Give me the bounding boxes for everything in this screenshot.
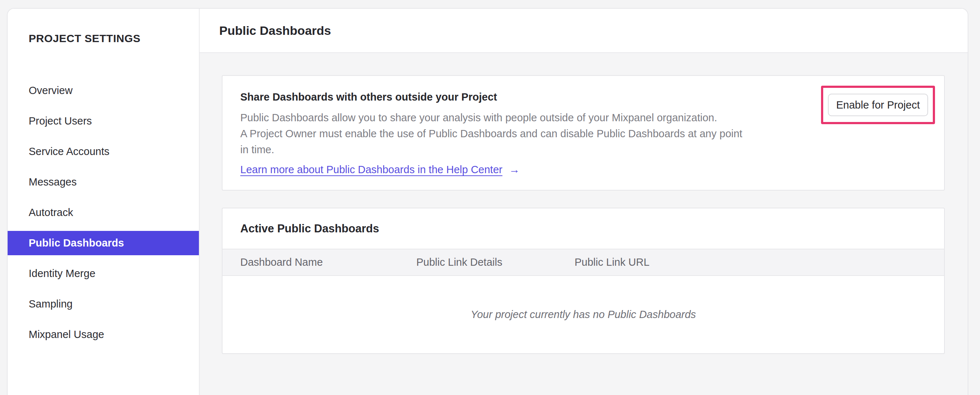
active-public-dashboards-card: Active Public Dashboards Dashboard NameP…: [222, 208, 945, 354]
page-title: Public Dashboards: [219, 24, 331, 38]
sidebar-item-public-dashboards[interactable]: Public Dashboards: [8, 231, 199, 255]
sidebar-item-mixpanel-usage[interactable]: Mixpanel Usage: [8, 322, 199, 347]
project-settings-sidebar: PROJECT SETTINGS OverviewProject UsersSe…: [8, 9, 200, 395]
page-header: Public Dashboards: [200, 9, 968, 53]
empty-state-message: Your project currently has no Public Das…: [471, 309, 696, 320]
arrow-right-icon: →: [509, 162, 520, 177]
help-center-link-row: Learn more about Public Dashboards in th…: [240, 162, 926, 177]
share-dashboards-card: Share Dashboards with others outside you…: [222, 75, 945, 191]
column-header-public-link-details: Public Link Details: [416, 256, 574, 268]
table-header-row: Dashboard NamePublic Link DetailsPublic …: [223, 249, 944, 276]
help-center-link[interactable]: Learn more about Public Dashboards in th…: [240, 162, 502, 177]
column-header-public-link-url: Public Link URL: [574, 256, 926, 268]
sidebar-item-identity-merge[interactable]: Identity Merge: [8, 261, 199, 286]
content-area: Share Dashboards with others outside you…: [200, 53, 968, 395]
active-card-heading: Active Public Dashboards: [240, 222, 379, 235]
sidebar-item-service-accounts[interactable]: Service Accounts: [8, 139, 199, 164]
sidebar-title: PROJECT SETTINGS: [8, 30, 199, 46]
sidebar-item-project-users[interactable]: Project Users: [8, 109, 199, 133]
sidebar-item-overview[interactable]: Overview: [8, 78, 199, 103]
sidebar-item-autotrack[interactable]: Autotrack: [8, 201, 199, 225]
sidebar-item-sampling[interactable]: Sampling: [8, 292, 199, 316]
description-line: A Project Owner must enable the use of P…: [240, 126, 926, 142]
enable-for-project-button[interactable]: Enable for Project: [828, 94, 928, 116]
annotation-highlight-box: Enable for Project: [821, 86, 935, 124]
column-header-dashboard-name: Dashboard Name: [240, 256, 416, 268]
settings-panel: PROJECT SETTINGS OverviewProject UsersSe…: [7, 8, 968, 395]
sidebar-nav: OverviewProject UsersService AccountsMes…: [8, 78, 199, 347]
sidebar-item-messages[interactable]: Messages: [8, 170, 199, 194]
main-area: Public Dashboards Share Dashboards with …: [200, 9, 968, 395]
active-card-header: Active Public Dashboards: [223, 209, 944, 249]
description-line: in time.: [240, 142, 926, 158]
table-empty-state: Your project currently has no Public Das…: [223, 276, 944, 353]
